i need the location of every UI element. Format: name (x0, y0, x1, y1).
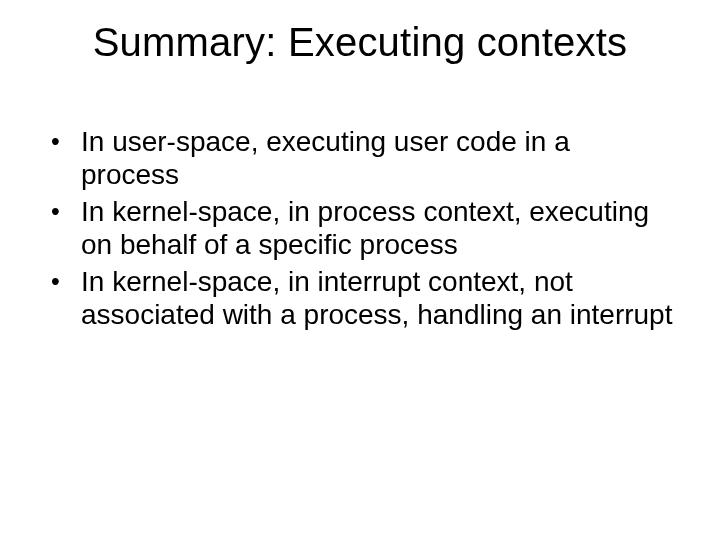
slide-title: Summary: Executing contexts (45, 20, 675, 65)
list-item: In kernel-space, in interrupt context, n… (45, 265, 675, 331)
list-item: In kernel-space, in process context, exe… (45, 195, 675, 261)
slide: Summary: Executing contexts In user-spac… (0, 0, 720, 540)
bullet-list: In user-space, executing user code in a … (45, 125, 675, 331)
list-item: In user-space, executing user code in a … (45, 125, 675, 191)
